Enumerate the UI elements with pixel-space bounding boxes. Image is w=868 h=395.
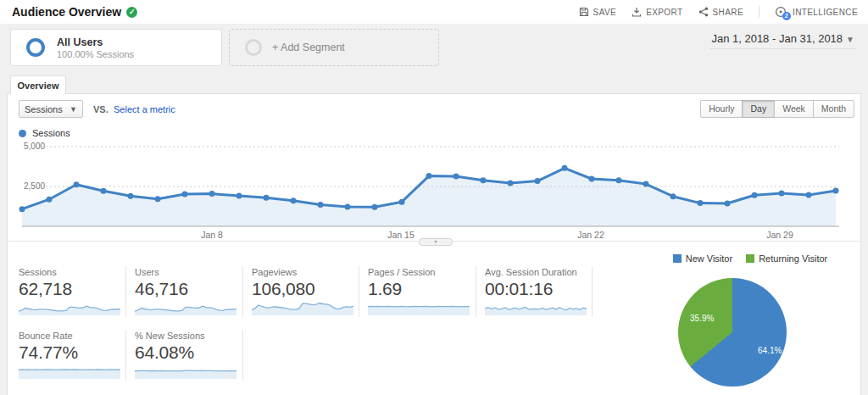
new-visitor-swatch-icon	[673, 254, 682, 263]
granularity-week-button[interactable]: Week	[774, 100, 814, 118]
share-button[interactable]: SHARE	[698, 7, 743, 17]
save-icon	[579, 7, 589, 17]
metric-card-sessions[interactable]: Sessions 62,718	[19, 267, 124, 316]
card-divider	[476, 266, 476, 317]
date-range-selector[interactable]: Jan 1, 2018 - Jan 31, 2018▼	[709, 32, 856, 49]
bounce-rate-sparkline	[19, 365, 120, 380]
chart-collapse-handle[interactable]: ▾	[419, 238, 453, 246]
metric-card-new-sessions[interactable]: % New Sessions 64.08%	[135, 331, 240, 380]
add-segment-button[interactable]: + Add Segment	[229, 29, 439, 66]
card-divider	[242, 266, 243, 317]
header-divider	[759, 6, 760, 18]
chevron-down-icon: ▼	[846, 35, 854, 44]
y-axis-label-2500: 2,500	[24, 181, 58, 191]
granularity-toggle: Hourly Day Week Month	[701, 100, 854, 118]
granularity-day-button[interactable]: Day	[742, 100, 775, 118]
pageviews-sparkline	[252, 302, 353, 316]
legend-new-visitor: New Visitor	[673, 253, 732, 264]
pages-per-session-sparkline	[368, 302, 470, 316]
intelligence-button[interactable]: 2 INTELLIGENCE	[775, 6, 858, 19]
users-sparkline	[135, 302, 236, 316]
share-icon	[698, 7, 709, 17]
download-icon	[632, 7, 642, 17]
x-axis-label-jan29: Jan 29	[761, 230, 798, 240]
segment-ring-icon	[26, 38, 45, 57]
segment-title: All Users	[57, 36, 134, 48]
intelligence-icon: 2	[775, 6, 788, 19]
avg-session-duration-sparkline	[485, 302, 587, 316]
metric-card-pageviews[interactable]: Pageviews 106,080	[252, 267, 357, 316]
select-metric-link[interactable]: Select a metric	[114, 104, 175, 114]
card-divider	[125, 330, 126, 381]
card-divider	[359, 266, 359, 317]
x-axis-label-jan8: Jan 8	[193, 230, 231, 240]
tab-overview[interactable]: Overview	[10, 75, 66, 94]
metric-card-avg-session-duration[interactable]: Avg. Session Duration 00:01:16	[485, 267, 595, 316]
save-button[interactable]: SAVE	[579, 7, 617, 17]
sessions-sparkline	[19, 302, 120, 316]
metric-card-bounce-rate[interactable]: Bounce Rate 74.77%	[19, 331, 124, 380]
card-divider	[125, 266, 126, 317]
segment-all-users[interactable]: All Users 100.00% Sessions	[10, 29, 222, 66]
chart-legend: Sessions	[19, 128, 70, 138]
header-actions: SAVE EXPORT SHARE 2 INTELLIGENCE	[579, 0, 858, 24]
x-axis-label-jan15: Jan 15	[382, 230, 420, 240]
page-title: Audience Overview	[12, 5, 121, 19]
granularity-hourly-button[interactable]: Hourly	[700, 100, 743, 118]
pie-legend: New Visitor Returning Visitor	[644, 253, 856, 264]
segment-subtitle: 100.00% Sessions	[57, 49, 134, 59]
returning-visitor-swatch-icon	[746, 254, 754, 263]
granularity-month-button[interactable]: Month	[813, 100, 854, 118]
pie-value-returning-visitor: 35.9%	[690, 314, 714, 323]
verified-check-icon: ✓	[126, 7, 137, 18]
legend-returning-visitor: Returning Visitor	[746, 253, 827, 264]
new-sessions-sparkline	[135, 365, 236, 380]
y-axis-label-5000: 5,000	[24, 142, 58, 151]
export-button[interactable]: EXPORT	[632, 7, 682, 17]
metric-select-dropdown[interactable]: Sessions▼	[19, 100, 83, 118]
audience-overview-page: Audience Overview ✓ SAVE EXPORT SHARE 2	[0, 0, 868, 395]
vs-label: vs.	[93, 104, 108, 114]
pie-value-new-visitor: 64.1%	[758, 346, 782, 355]
metric-card-pages-per-session[interactable]: Pages / Session 1.69	[368, 267, 473, 316]
top-header: Audience Overview ✓ SAVE EXPORT SHARE 2	[0, 0, 868, 24]
intelligence-count-badge: 2	[782, 12, 791, 20]
x-axis-label-jan22: Jan 22	[572, 230, 609, 240]
add-segment-ring-icon	[245, 39, 262, 56]
visitor-type-pie-chart[interactable]: 64.1% 35.9%	[678, 278, 787, 387]
sessions-legend-dot-icon	[19, 130, 26, 137]
card-divider	[242, 330, 243, 381]
metric-card-users[interactable]: Users 46,716	[135, 267, 240, 316]
card-divider	[592, 266, 593, 317]
chevron-down-icon: ▼	[70, 105, 77, 114]
sessions-line-chart[interactable]	[0, 140, 868, 237]
